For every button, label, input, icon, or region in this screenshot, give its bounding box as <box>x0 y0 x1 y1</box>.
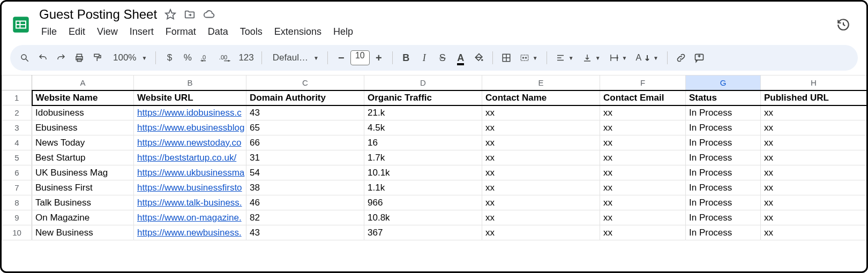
cell[interactable]: 38 <box>246 180 364 195</box>
url-link[interactable]: https://www.ebusinessblog <box>137 123 244 133</box>
fill-color-icon[interactable] <box>471 49 487 66</box>
cell[interactable]: Published URL <box>761 90 867 105</box>
cell[interactable]: xx <box>761 180 867 195</box>
cell[interactable]: https://beststartup.co.uk/ <box>134 150 246 165</box>
cell[interactable]: 82 <box>246 210 364 225</box>
cell[interactable]: In Process <box>686 180 761 195</box>
url-link[interactable]: https://www.newstoday.co <box>137 138 241 148</box>
horizontal-align-icon[interactable]: ▼ <box>552 53 577 63</box>
cell[interactable]: xx <box>600 195 686 210</box>
column-header-A[interactable]: A <box>32 75 134 90</box>
row-header[interactable]: 7 <box>2 180 32 195</box>
cell[interactable]: Business First <box>32 180 134 195</box>
cell[interactable]: xx <box>482 120 600 135</box>
cell[interactable]: xx <box>600 135 686 150</box>
url-link[interactable]: https://beststartup.co.uk/ <box>137 153 236 163</box>
cell[interactable]: xx <box>482 210 600 225</box>
cell[interactable]: xx <box>482 225 600 240</box>
insert-comment-icon[interactable] <box>691 49 707 66</box>
menu-insert[interactable]: Insert <box>124 24 159 40</box>
menu-format[interactable]: Format <box>160 24 201 40</box>
column-header-C[interactable]: C <box>246 75 364 90</box>
row-header[interactable]: 6 <box>2 165 32 180</box>
row-header[interactable]: 10 <box>2 225 32 240</box>
url-link[interactable]: https://www.idobusiness.c <box>137 108 242 118</box>
select-all-corner[interactable] <box>2 75 32 90</box>
cell[interactable]: News Today <box>32 135 134 150</box>
text-color-button[interactable]: A <box>453 49 469 66</box>
decrease-decimal-icon[interactable]: .0 <box>198 49 214 66</box>
bold-button[interactable]: B <box>398 49 414 66</box>
cell[interactable]: xx <box>761 150 867 165</box>
cell[interactable]: xx <box>761 135 867 150</box>
cell[interactable]: In Process <box>686 165 761 180</box>
cell[interactable]: In Process <box>686 195 761 210</box>
cell[interactable]: xx <box>761 225 867 240</box>
vertical-align-icon[interactable]: ▼ <box>579 53 604 63</box>
redo-icon[interactable] <box>53 49 69 66</box>
cell[interactable]: Organic Traffic <box>364 90 482 105</box>
cell[interactable]: 65 <box>246 120 364 135</box>
cell[interactable]: https://www.businessfirsto <box>134 180 246 195</box>
row-header[interactable]: 1 <box>2 90 32 105</box>
cell[interactable]: New Business <box>32 225 134 240</box>
font-size-input[interactable]: 10 <box>350 50 370 65</box>
borders-icon[interactable] <box>498 49 514 66</box>
cell[interactable]: 66 <box>246 135 364 150</box>
cell[interactable]: In Process <box>686 150 761 165</box>
cell[interactable]: xx <box>761 105 867 120</box>
move-folder-icon[interactable] <box>184 9 196 20</box>
cell[interactable]: xx <box>600 120 686 135</box>
strikethrough-button[interactable]: S <box>435 49 451 66</box>
cell[interactable]: In Process <box>686 210 761 225</box>
cell[interactable]: In Process <box>686 120 761 135</box>
merge-cells-icon[interactable]: ▼ <box>517 53 541 63</box>
cell[interactable]: xx <box>600 180 686 195</box>
column-header-H[interactable]: H <box>761 75 867 90</box>
italic-button[interactable]: I <box>416 49 432 66</box>
cell[interactable]: xx <box>600 105 686 120</box>
cell[interactable]: 31 <box>246 150 364 165</box>
column-header-F[interactable]: F <box>600 75 686 90</box>
currency-button[interactable]: $ <box>161 49 177 66</box>
cell[interactable]: 966 <box>364 195 482 210</box>
increase-decimal-icon[interactable]: .00 <box>216 49 234 66</box>
cell[interactable]: 4.5k <box>364 120 482 135</box>
cell[interactable]: 1.1k <box>364 180 482 195</box>
spreadsheet-grid[interactable]: ABCDEFGH 1Website NameWebsite URLDomain … <box>2 75 867 240</box>
column-header-G[interactable]: G <box>686 75 761 90</box>
insert-link-icon[interactable] <box>673 49 689 66</box>
menu-help[interactable]: Help <box>328 24 358 40</box>
cell[interactable]: xx <box>761 120 867 135</box>
font-size-increase-icon[interactable]: + <box>371 49 387 66</box>
cell[interactable]: https://www.newbusiness. <box>134 225 246 240</box>
cell[interactable]: Domain Authority <box>246 90 364 105</box>
row-header[interactable]: 9 <box>2 210 32 225</box>
menu-file[interactable]: File <box>36 24 62 40</box>
star-icon[interactable] <box>164 9 176 20</box>
url-link[interactable]: https://www.ukbusinessma <box>137 168 244 178</box>
cell[interactable]: In Process <box>686 225 761 240</box>
row-header[interactable]: 5 <box>2 150 32 165</box>
sheets-logo[interactable] <box>10 11 32 39</box>
cell[interactable]: https://www.on-magazine. <box>134 210 246 225</box>
menu-extensions[interactable]: Extensions <box>269 24 327 40</box>
cell[interactable]: xx <box>482 195 600 210</box>
undo-icon[interactable] <box>35 49 51 66</box>
cell[interactable]: xx <box>600 165 686 180</box>
font-select[interactable]: Defaul…▼ <box>267 52 322 63</box>
number-format-button[interactable]: 123 <box>236 49 256 66</box>
cell[interactable]: Status <box>686 90 761 105</box>
cell[interactable]: 43 <box>246 225 364 240</box>
text-wrap-icon[interactable]: ▼ <box>606 53 631 63</box>
cell[interactable]: Website Name <box>32 90 134 105</box>
document-title[interactable]: Guest Posting Sheet <box>39 7 157 22</box>
row-header[interactable]: 3 <box>2 120 32 135</box>
cell[interactable]: 43 <box>246 105 364 120</box>
cell[interactable]: xx <box>482 180 600 195</box>
cell[interactable]: Talk Business <box>32 195 134 210</box>
cell[interactable]: xx <box>482 165 600 180</box>
url-link[interactable]: https://www.talk-business. <box>137 198 242 208</box>
cell[interactable]: xx <box>482 150 600 165</box>
cell[interactable]: Contact Email <box>600 90 686 105</box>
